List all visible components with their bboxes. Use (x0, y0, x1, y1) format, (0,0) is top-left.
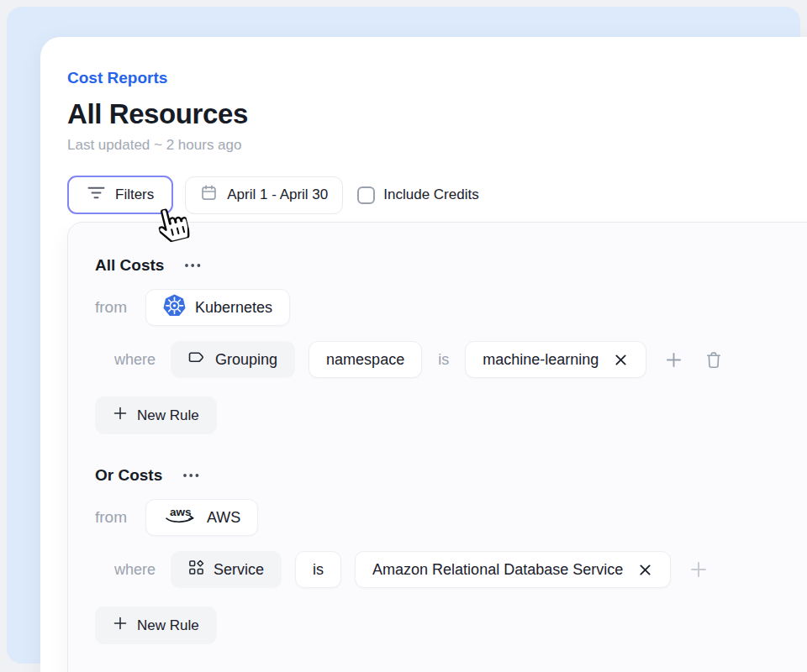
dimension-chip-label: Service (214, 561, 264, 579)
operator-text: is (438, 351, 449, 369)
from-label: from (95, 508, 127, 527)
plus-icon (113, 616, 128, 635)
filters-button[interactable]: Filters (67, 176, 173, 214)
group-header: All Costs (95, 256, 807, 275)
new-rule-button[interactable]: New Rule (95, 606, 217, 644)
dimension-chip-grouping[interactable]: Grouping (171, 341, 295, 378)
from-label: from (95, 298, 127, 317)
where-row: where Grouping namespace is machine-lear… (114, 341, 807, 378)
add-condition-icon[interactable] (688, 559, 709, 580)
filter-lines-icon (87, 186, 106, 204)
value-chip-machine-learning[interactable]: machine-learning (465, 341, 646, 378)
aws-logo-text: aws (170, 506, 192, 518)
value-chip-amazon-rds[interactable]: Amazon Relational Database Service (355, 551, 671, 588)
from-row: from aws AWS (95, 499, 807, 536)
dimension-chip-label: Grouping (215, 351, 277, 369)
value-chip-label: Amazon Relational Database Service (372, 561, 623, 579)
group-menu-button[interactable] (182, 260, 203, 271)
filter-group-or-costs: Or Costs from aws (95, 466, 807, 644)
key-chip-namespace[interactable]: namespace (309, 341, 422, 378)
grid-diamond-icon (188, 559, 204, 580)
kubernetes-icon (163, 294, 186, 321)
filters-panel: All Costs from (67, 222, 807, 672)
where-label: where (114, 351, 156, 369)
page-title: All Resources (67, 98, 807, 130)
toolbar: Filters April 1 - April 30 Include Credi… (67, 176, 807, 214)
report-card: Cost Reports All Resources Last updated … (40, 37, 807, 672)
calendar-icon (200, 184, 218, 206)
new-rule-label: New Rule (137, 617, 199, 634)
remove-value-icon[interactable] (637, 562, 653, 578)
filter-group-all-costs: All Costs from (95, 256, 807, 434)
where-row: where Service is Amazon Relational Datab… (114, 551, 807, 588)
page-background: Cost Reports All Resources Last updated … (0, 0, 807, 672)
tag-icon (188, 350, 206, 369)
group-title: Or Costs (95, 466, 162, 485)
breadcrumb[interactable]: Cost Reports (67, 69, 167, 87)
dimension-chip-service[interactable]: Service (171, 551, 282, 588)
date-range-label: April 1 - April 30 (227, 186, 328, 203)
value-chip-label: machine-learning (483, 351, 599, 369)
operator-chip-label: is (313, 561, 324, 579)
include-credits-toggle[interactable]: Include Credits (357, 186, 478, 204)
include-credits-label: Include Credits (383, 186, 478, 203)
add-condition-icon[interactable] (663, 349, 684, 370)
source-chip-label: AWS (207, 509, 240, 527)
aws-logo-icon: aws (163, 504, 198, 531)
new-rule-button[interactable]: New Rule (95, 396, 217, 434)
source-chip-label: Kubernetes (195, 299, 272, 317)
operator-chip-is[interactable]: is (295, 551, 341, 588)
last-updated-text: Last updated ~ 2 hours ago (67, 137, 807, 154)
where-label: where (114, 561, 156, 579)
filters-button-label: Filters (115, 186, 154, 203)
include-credits-checkbox[interactable] (357, 186, 375, 204)
delete-rule-trash-icon[interactable] (703, 349, 725, 371)
new-rule-label: New Rule (137, 407, 199, 424)
source-chip-kubernetes[interactable]: Kubernetes (145, 289, 290, 326)
group-menu-button[interactable] (181, 470, 202, 481)
plus-icon (113, 406, 128, 425)
group-header: Or Costs (95, 466, 807, 485)
group-title: All Costs (95, 256, 164, 275)
key-chip-label: namespace (326, 351, 404, 369)
from-row: from Kubernetes (95, 289, 807, 326)
remove-value-icon[interactable] (613, 352, 629, 368)
source-chip-aws[interactable]: aws AWS (145, 499, 258, 536)
date-range-button[interactable]: April 1 - April 30 (185, 176, 343, 214)
